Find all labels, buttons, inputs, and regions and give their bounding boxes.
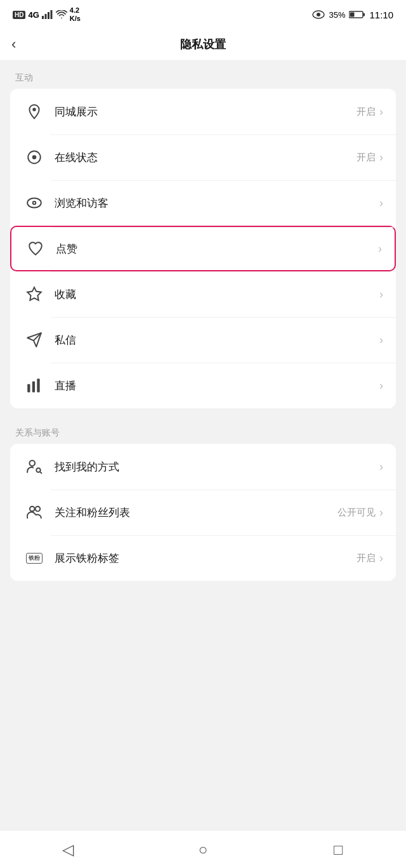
svg-rect-0 xyxy=(42,16,44,19)
message-chevron: › xyxy=(379,334,383,347)
signal-bars-icon xyxy=(42,10,53,19)
live-label: 直播 xyxy=(55,379,376,393)
menu-item-follow-fans[interactable]: 关注和粉丝列表 公开可见 › xyxy=(10,489,396,535)
follow-fans-label: 关注和粉丝列表 xyxy=(55,505,337,520)
tongcheng-chevron: › xyxy=(379,105,383,119)
menu-item-tongcheng[interactable]: 同城展示 开启 › xyxy=(10,89,396,134)
hd-label: HD xyxy=(13,11,25,19)
heart-icon xyxy=(24,240,47,257)
svg-point-9 xyxy=(32,108,36,111)
menu-item-iron-fan[interactable]: 铁粉 展示铁粉标签 开启 › xyxy=(10,535,396,581)
iron-fan-label: 展示铁粉标签 xyxy=(55,551,357,566)
online-status-value: 开启 xyxy=(357,152,376,164)
like-label: 点赞 xyxy=(56,242,374,256)
eye-status-icon xyxy=(312,10,325,19)
nav-square-button[interactable]: □ xyxy=(319,837,357,862)
follow-fans-chevron: › xyxy=(379,506,383,519)
section-label-interaction: 互动 xyxy=(0,61,406,89)
svg-point-21 xyxy=(36,507,41,512)
wifi-icon xyxy=(56,10,67,19)
menu-item-collect[interactable]: 收藏 › xyxy=(10,271,396,317)
page-header: ‹ 隐私设置 xyxy=(0,28,406,61)
svg-point-18 xyxy=(29,460,35,466)
nav-back-button[interactable]: ◁ xyxy=(49,837,87,862)
menu-item-like[interactable]: 点赞 › xyxy=(10,226,396,271)
svg-point-19 xyxy=(36,468,41,472)
eye-icon xyxy=(23,195,46,211)
find-me-chevron: › xyxy=(379,460,383,474)
svg-rect-15 xyxy=(27,384,30,392)
like-chevron: › xyxy=(378,242,382,256)
follow-fans-value: 公开可见 xyxy=(337,507,376,519)
svg-rect-8 xyxy=(350,13,355,17)
live-chevron: › xyxy=(379,379,383,392)
page-title: 隐私设置 xyxy=(180,37,226,52)
svg-point-20 xyxy=(30,507,35,512)
status-right: 35% 11:10 xyxy=(312,10,393,20)
status-left: HD 4G 4.2 K/s xyxy=(13,6,81,23)
browse-visitor-chevron: › xyxy=(379,197,383,210)
svg-rect-16 xyxy=(32,382,35,392)
bottom-nav: ◁ ○ □ xyxy=(0,830,406,868)
collect-chevron: › xyxy=(379,288,383,301)
person-search-icon xyxy=(23,458,46,475)
menu-item-online-status[interactable]: 在线状态 开启 › xyxy=(10,134,396,180)
time-display: 11:10 xyxy=(369,10,393,20)
menu-item-live[interactable]: 直播 › xyxy=(10,363,396,408)
nav-home-button[interactable]: ○ xyxy=(184,837,222,862)
iron-fan-chevron: › xyxy=(379,552,383,565)
account-card-group: 找到我的方式 › 关注和粉丝列表 公开可见 › 铁粉 展示铁粉标签 xyxy=(10,444,396,581)
location-icon xyxy=(23,103,46,120)
send-icon xyxy=(23,332,46,348)
status-bar: HD 4G 4.2 K/s 35% 11:10 xyxy=(0,0,406,28)
svg-point-14 xyxy=(34,202,36,204)
browse-visitor-label: 浏览和访客 xyxy=(55,196,376,211)
tongcheng-value: 开启 xyxy=(357,106,376,118)
menu-item-browse-visitor[interactable]: 浏览和访客 › xyxy=(10,180,396,226)
menu-item-find-me[interactable]: 找到我的方式 › xyxy=(10,444,396,489)
bar-chart-icon xyxy=(23,377,46,394)
svg-point-11 xyxy=(32,155,37,160)
online-status-label: 在线状态 xyxy=(55,150,357,165)
svg-rect-3 xyxy=(50,10,52,19)
speed-label: 4.2 K/s xyxy=(70,6,81,23)
svg-rect-7 xyxy=(363,13,365,16)
svg-point-5 xyxy=(317,13,320,16)
svg-rect-1 xyxy=(44,14,46,19)
persons-icon xyxy=(23,504,46,521)
signal-label: 4G xyxy=(28,10,39,20)
battery-icon xyxy=(349,10,365,19)
message-label: 私信 xyxy=(55,333,376,347)
collect-label: 收藏 xyxy=(55,287,376,302)
iron-fan-value: 开启 xyxy=(357,552,376,564)
content-area: 互动 同城展示 开启 › 在线状态 开启 › xyxy=(0,61,406,868)
find-me-label: 找到我的方式 xyxy=(55,460,376,474)
back-button[interactable]: ‹ xyxy=(11,36,16,53)
battery-percent: 35% xyxy=(329,10,345,20)
online-icon xyxy=(23,149,46,165)
section-label-account: 关系与账号 xyxy=(0,416,406,444)
svg-rect-17 xyxy=(37,379,39,392)
svg-rect-2 xyxy=(48,12,49,19)
star-icon xyxy=(23,286,46,302)
interaction-card-group: 同城展示 开启 › 在线状态 开启 › xyxy=(10,89,396,408)
iron-fan-badge: 铁粉 xyxy=(26,553,43,564)
tongcheng-label: 同城展示 xyxy=(55,105,357,119)
online-status-chevron: › xyxy=(379,151,383,164)
menu-item-message[interactable]: 私信 › xyxy=(10,317,396,363)
iron-fan-icon: 铁粉 xyxy=(23,553,46,564)
